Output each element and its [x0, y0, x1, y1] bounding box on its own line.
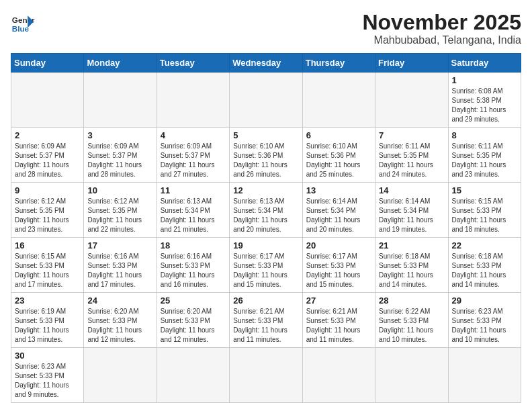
day-17: 17 Sunrise: 6:16 AMSunset: 5:33 PMDaylig… — [84, 238, 157, 293]
empty-cell — [302, 348, 375, 403]
empty-cell — [11, 73, 84, 128]
empty-cell — [375, 348, 448, 403]
calendar-row-3: 9 Sunrise: 6:12 AMSunset: 5:35 PMDayligh… — [11, 183, 521, 238]
calendar-row-5: 23 Sunrise: 6:19 AMSunset: 5:33 PMDaylig… — [11, 293, 521, 348]
empty-cell — [302, 73, 375, 128]
calendar-row-4: 16 Sunrise: 6:15 AMSunset: 5:33 PMDaylig… — [11, 238, 521, 293]
day-29: 29 Sunrise: 6:23 AMSunset: 5:33 PMDaylig… — [448, 293, 521, 348]
day-26: 26 Sunrise: 6:21 AMSunset: 5:33 PMDaylig… — [230, 293, 302, 348]
day-27: 27 Sunrise: 6:21 AMSunset: 5:33 PMDaylig… — [302, 293, 375, 348]
day-24: 24 Sunrise: 6:20 AMSunset: 5:33 PMDaylig… — [84, 293, 157, 348]
empty-cell — [375, 73, 448, 128]
title-block: November 2025 Mahbubabad, Telangana, Ind… — [362, 11, 521, 46]
location: Mahbubabad, Telangana, India — [362, 34, 521, 46]
day-12: 12 Sunrise: 6:13 AMSunset: 5:34 PMDaylig… — [230, 183, 302, 238]
day-30: 30 Sunrise: 6:23 AMSunset: 5:33 PMDaylig… — [11, 348, 84, 403]
calendar-row-6 last-row: 30 Sunrise: 6:23 AMSunset: 5:33 PMDaylig… — [11, 348, 521, 403]
day-16: 16 Sunrise: 6:15 AMSunset: 5:33 PMDaylig… — [11, 238, 84, 293]
col-sunday: Sunday — [11, 54, 84, 73]
empty-cell — [230, 73, 302, 128]
day-25: 25 Sunrise: 6:20 AMSunset: 5:33 PMDaylig… — [157, 293, 229, 348]
day-3: 3 Sunrise: 6:09 AMSunset: 5:37 PMDayligh… — [84, 128, 157, 183]
day-28: 28 Sunrise: 6:22 AMSunset: 5:33 PMDaylig… — [375, 293, 448, 348]
day-18: 18 Sunrise: 6:16 AMSunset: 5:33 PMDaylig… — [157, 238, 229, 293]
empty-cell — [448, 348, 521, 403]
day-7: 7 Sunrise: 6:11 AMSunset: 5:35 PMDayligh… — [375, 128, 448, 183]
calendar-row-2: 2 Sunrise: 6:09 AMSunset: 5:37 PMDayligh… — [11, 128, 521, 183]
month-year: November 2025 — [362, 11, 521, 34]
svg-text:Blue: Blue — [12, 24, 30, 33]
col-monday: Monday — [84, 54, 157, 73]
logo: General Blue — [11, 11, 35, 35]
day-23: 23 Sunrise: 6:19 AMSunset: 5:33 PMDaylig… — [11, 293, 84, 348]
day-5: 5 Sunrise: 6:10 AMSunset: 5:36 PMDayligh… — [230, 128, 302, 183]
logo-icon: General Blue — [11, 11, 35, 35]
col-thursday: Thursday — [302, 54, 375, 73]
day-2: 2 Sunrise: 6:09 AMSunset: 5:37 PMDayligh… — [11, 128, 84, 183]
day-6: 6 Sunrise: 6:10 AMSunset: 5:36 PMDayligh… — [302, 128, 375, 183]
day-11: 11 Sunrise: 6:13 AMSunset: 5:34 PMDaylig… — [157, 183, 229, 238]
day-1: 1 Sunrise: 6:08 AM Sunset: 5:38 PM Dayli… — [448, 73, 521, 128]
day-10: 10 Sunrise: 6:12 AMSunset: 5:35 PMDaylig… — [84, 183, 157, 238]
d1-sunrise: 6:08 AM — [478, 87, 503, 95]
empty-cell — [230, 348, 302, 403]
day-8: 8 Sunrise: 6:11 AMSunset: 5:35 PMDayligh… — [448, 128, 521, 183]
day-21: 21 Sunrise: 6:18 AMSunset: 5:33 PMDaylig… — [375, 238, 448, 293]
calendar-row-1: 1 Sunrise: 6:08 AM Sunset: 5:38 PM Dayli… — [11, 73, 521, 128]
day-4: 4 Sunrise: 6:09 AMSunset: 5:37 PMDayligh… — [157, 128, 229, 183]
col-saturday: Saturday — [448, 54, 521, 73]
d1-sunset: 5:38 PM — [476, 97, 501, 104]
page-header: General Blue November 2025 Mahbubabad, T… — [11, 11, 521, 46]
col-tuesday: Tuesday — [157, 54, 229, 73]
day-13: 13 Sunrise: 6:14 AMSunset: 5:34 PMDaylig… — [302, 183, 375, 238]
empty-cell — [84, 348, 157, 403]
col-friday: Friday — [375, 54, 448, 73]
day-9: 9 Sunrise: 6:12 AMSunset: 5:35 PMDayligh… — [11, 183, 84, 238]
empty-cell — [84, 73, 157, 128]
calendar-header-row: Sunday Monday Tuesday Wednesday Thursday… — [11, 54, 521, 73]
day-22: 22 Sunrise: 6:18 AMSunset: 5:33 PMDaylig… — [448, 238, 521, 293]
sunset-label: Sunset: — [452, 97, 475, 104]
day-19: 19 Sunrise: 6:17 AMSunset: 5:33 PMDaylig… — [230, 238, 302, 293]
empty-cell — [157, 73, 229, 128]
day-14: 14 Sunrise: 6:14 AMSunset: 5:34 PMDaylig… — [375, 183, 448, 238]
day-15: 15 Sunrise: 6:15 AMSunset: 5:33 PMDaylig… — [448, 183, 521, 238]
daylight-label: Daylight: 11 hours and 29 minutes. — [452, 106, 506, 123]
empty-cell — [157, 348, 229, 403]
calendar-table: Sunday Monday Tuesday Wednesday Thursday… — [11, 53, 521, 403]
day-20: 20 Sunrise: 6:17 AMSunset: 5:33 PMDaylig… — [302, 238, 375, 293]
col-wednesday: Wednesday — [230, 54, 302, 73]
sunrise-label: Sunrise: — [452, 87, 477, 95]
